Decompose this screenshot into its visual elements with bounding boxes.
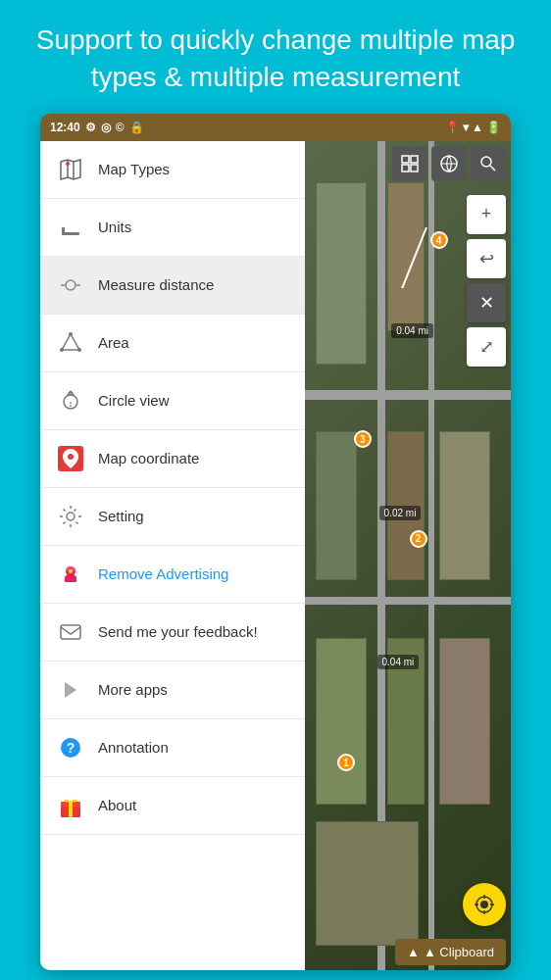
distance-label-1: 0.04 mi [391, 323, 433, 338]
fit-btn[interactable]: ⤢ [467, 327, 506, 367]
sidebar-item-area[interactable]: Area [40, 315, 305, 372]
map-coordinate-icon [55, 443, 86, 474]
wifi-status-icon: ▾ [463, 121, 469, 134]
svg-point-17 [67, 513, 75, 520]
status-time: 12:40 [50, 121, 80, 134]
svg-rect-31 [402, 165, 409, 172]
sidebar-menu: Map Types Units [40, 141, 305, 970]
map-toolbar [392, 146, 506, 181]
more-apps-icon [55, 674, 86, 706]
svg-point-0 [66, 162, 70, 166]
battery-status-icon: 🔋 [486, 121, 501, 134]
sidebar-item-map-coordinate[interactable]: Map coordinate [40, 430, 305, 488]
circle-view-icon [55, 385, 86, 416]
signal-status-icon: ▲ [472, 121, 483, 134]
svg-line-36 [490, 166, 495, 171]
svg-marker-6 [62, 334, 79, 350]
map-grid-btn[interactable] [392, 146, 427, 181]
annotation-label: Annotation [98, 739, 169, 756]
sidebar-item-about[interactable]: About [40, 777, 305, 835]
distance-label-3: 0.04 mi [377, 655, 420, 669]
header-text: Support to quickly change multiple map t… [0, 0, 551, 114]
svg-rect-1 [62, 232, 79, 235]
svg-rect-20 [61, 625, 80, 639]
area-label: Area [98, 334, 129, 351]
measure-distance-label: Measure distance [98, 276, 214, 293]
setting-icon [55, 501, 86, 532]
feedback-icon [55, 616, 86, 648]
clipboard-label: ▲ Clipboard [424, 945, 494, 959]
route-marker-4: 4 [430, 231, 448, 249]
map-area: 1 2 3 4 0.04 mi 0.02 mi 0.04 mi [305, 141, 511, 970]
svg-point-35 [481, 157, 491, 167]
svg-rect-32 [411, 165, 418, 172]
svg-point-37 [480, 901, 488, 908]
area-icon [55, 327, 86, 359]
delete-btn[interactable]: ✕ [467, 283, 506, 322]
svg-point-8 [77, 348, 81, 352]
svg-point-9 [60, 348, 64, 352]
feedback-label: Send me your feedback! [98, 623, 258, 640]
svg-point-3 [66, 280, 75, 290]
svg-text:?: ? [67, 740, 75, 756]
undo-btn[interactable]: ↩ [467, 239, 506, 278]
about-label: About [98, 797, 136, 813]
map-actions: + ↩ ✕ ⤢ [467, 195, 506, 367]
setting-label: Setting [98, 508, 144, 524]
svg-rect-29 [402, 156, 409, 163]
map-types-icon [55, 154, 86, 185]
sidebar-item-map-types[interactable]: Map Types [40, 141, 305, 199]
route-marker-3: 3 [354, 430, 372, 448]
circle-status-icon: © [116, 121, 125, 134]
units-label: Units [98, 219, 131, 235]
pin-status-icon: 📍 [445, 121, 460, 134]
sidebar-item-feedback[interactable]: Send me your feedback! [40, 604, 305, 662]
more-apps-label: More apps [98, 681, 168, 698]
about-icon [55, 790, 86, 821]
globe-btn[interactable] [431, 146, 467, 181]
sidebar-item-setting[interactable]: Setting [40, 488, 305, 546]
status-bar: 12:40 ⚙ ◎ © 🔒 📍 ▾ ▲ 🔋 [40, 114, 511, 141]
route-marker-1: 1 [337, 754, 355, 771]
svg-point-19 [69, 569, 73, 573]
annotation-icon: ? [55, 732, 86, 763]
circle-view-label: Circle view [98, 392, 170, 409]
lock-status-icon: 🔒 [129, 121, 144, 134]
remove-advertising-label: Remove Advertising [98, 565, 228, 582]
svg-point-16 [68, 454, 74, 460]
search-btn[interactable] [471, 146, 506, 181]
location-btn[interactable] [463, 883, 506, 926]
settings-icon: ⚙ [85, 121, 96, 134]
units-icon [55, 212, 86, 243]
sidebar-item-remove-advertising[interactable]: Remove Advertising [40, 546, 305, 604]
remove-advertising-icon [55, 559, 86, 590]
location-status-icon: ◎ [101, 121, 111, 134]
svg-rect-30 [411, 156, 418, 163]
map-coordinate-label: Map coordinate [98, 450, 199, 466]
distance-label-2: 0.02 mi [379, 506, 422, 520]
clipboard-arrow-icon: ▲ [407, 945, 420, 959]
sidebar-item-more-apps[interactable]: More apps [40, 662, 305, 719]
measure-distance-icon [55, 270, 86, 301]
zoom-in-btn[interactable]: + [467, 195, 506, 234]
map-types-label: Map Types [98, 161, 170, 177]
sidebar-item-annotation[interactable]: ? Annotation [40, 719, 305, 777]
clipboard-bar[interactable]: ▲ ▲ Clipboard [395, 939, 506, 965]
route-marker-2: 2 [410, 530, 427, 548]
svg-point-7 [69, 332, 73, 336]
sidebar-item-circle-view[interactable]: Circle view [40, 372, 305, 430]
sidebar-item-measure-distance[interactable]: Measure distance [40, 257, 305, 315]
svg-rect-2 [62, 227, 65, 232]
sidebar-item-units[interactable]: Units [40, 199, 305, 257]
svg-rect-25 [69, 802, 73, 817]
phone-container: 12:40 ⚙ ◎ © 🔒 📍 ▾ ▲ 🔋 [40, 114, 511, 970]
